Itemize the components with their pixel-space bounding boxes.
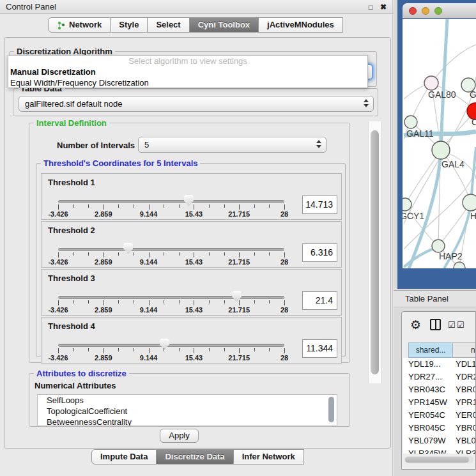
tab[interactable]: Network bbox=[48, 17, 111, 33]
zoom-traffic-light-icon[interactable] bbox=[434, 7, 442, 15]
tab[interactable]: Select bbox=[148, 17, 189, 33]
tick-label: -3.426 bbox=[48, 306, 68, 314]
network-graph: GAL80GACGAL11GAL4GCY1HHAP2 bbox=[403, 19, 476, 268]
tick-label: 9.144 bbox=[140, 354, 158, 362]
top-tab-bar: Network Style Select Cyni Toolbox jActiv… bbox=[48, 17, 343, 33]
cell-name: YDL1 bbox=[450, 358, 475, 371]
cell-name: YBL0 bbox=[450, 434, 475, 447]
table-panel-title: Table Panel bbox=[405, 291, 449, 307]
tick-label: 9.144 bbox=[140, 258, 158, 266]
slider-ticks: -3.4262.8599.14415.4321.71528 bbox=[42, 348, 341, 364]
tab-label: Discretize Data bbox=[165, 450, 224, 464]
tick-label: 15.43 bbox=[185, 306, 203, 314]
network-node[interactable] bbox=[432, 240, 445, 252]
popup-header: Select algorithm to view settings bbox=[8, 56, 367, 66]
table-row[interactable]: YLR345W YLR3 bbox=[403, 447, 475, 454]
table-toolbar: ⚙ ☑ ☑ bbox=[402, 312, 475, 342]
slider-track[interactable] bbox=[58, 248, 284, 251]
attributes-group: Attributes to discretize Numerical Attri… bbox=[29, 373, 350, 427]
table-row[interactable]: YDR27... YDR2 bbox=[403, 371, 475, 383]
number-of-intervals-value: 5 bbox=[144, 140, 149, 150]
cell-name: YBR0 bbox=[450, 422, 475, 434]
tab[interactable]: Impute Data bbox=[91, 449, 157, 464]
panel-scrollbar[interactable] bbox=[368, 121, 381, 383]
tab[interactable]: Style bbox=[111, 17, 148, 33]
column-layout-icon[interactable] bbox=[430, 319, 441, 330]
popup-item[interactable]: Manual Discretization bbox=[8, 66, 367, 77]
tab[interactable]: Infer Network bbox=[234, 449, 304, 464]
minimize-traffic-light-icon[interactable] bbox=[422, 7, 429, 15]
threshold-value-field[interactable]: 14.713 bbox=[302, 196, 337, 214]
tick-label: 15.43 bbox=[185, 210, 203, 218]
slider-track[interactable] bbox=[58, 296, 284, 299]
network-node[interactable] bbox=[403, 198, 411, 211]
panel-scrollbar-thumb[interactable] bbox=[371, 130, 379, 374]
table-horizontal-scrollbar-thumb[interactable] bbox=[405, 457, 469, 463]
gear-icon[interactable]: ⚙ bbox=[410, 318, 421, 332]
cell-name: YBR0 bbox=[450, 383, 475, 396]
network-window-titlebar bbox=[403, 3, 476, 19]
screen: Control Panel □ ✖ Network bbox=[0, 0, 476, 476]
slider-track[interactable] bbox=[58, 344, 284, 347]
table-data-combo[interactable]: galFiltered.sif default node bbox=[19, 96, 374, 112]
tab[interactable]: Cyni Toolbox bbox=[190, 17, 259, 33]
network-node[interactable] bbox=[463, 194, 476, 211]
column-header-name[interactable]: name bbox=[453, 342, 476, 358]
tick-label: 2.859 bbox=[95, 210, 112, 218]
threshold-value-field[interactable]: 21.4 bbox=[302, 291, 337, 310]
tab-label: Select bbox=[156, 18, 180, 32]
threshold-row: Threshold 1 -3.4262.8599.14415.4321.7152… bbox=[41, 173, 342, 220]
attributes-scrollbar[interactable] bbox=[328, 396, 335, 424]
column-header-shared-name[interactable]: shared... bbox=[408, 342, 453, 358]
table-horizontal-scrollbar[interactable] bbox=[404, 456, 473, 463]
threshold-value-field[interactable]: 11.344 bbox=[302, 339, 337, 358]
tick-label: -3.426 bbox=[48, 354, 68, 362]
cell-shared-name: YER054C bbox=[403, 409, 450, 422]
numerical-attributes-list: SelfLoops TopologicalCoefficient Between… bbox=[37, 394, 337, 426]
checkbox-icon[interactable]: ☑ bbox=[448, 320, 456, 330]
network-node-label: GCY1 bbox=[403, 211, 424, 221]
tab[interactable]: jActiveMNodules bbox=[259, 17, 343, 33]
threshold-value-field[interactable]: 6.316 bbox=[302, 243, 337, 262]
checkbox-icon[interactable]: ☑ bbox=[457, 320, 464, 330]
table-row[interactable]: YBL079W YBL0 bbox=[403, 434, 475, 447]
number-of-intervals-combo[interactable]: 5 bbox=[138, 137, 326, 153]
network-node[interactable] bbox=[404, 116, 417, 128]
table-row[interactable]: YPR145W YPR1 bbox=[403, 396, 475, 409]
attributes-scrollbar-thumb[interactable] bbox=[328, 397, 334, 422]
algorithm-popup: Select algorithm to view settings Manual… bbox=[8, 55, 368, 88]
attribute-item[interactable]: BetweennessCentrality bbox=[38, 417, 337, 426]
close-icon[interactable]: ✖ bbox=[378, 2, 388, 12]
table-row[interactable]: YER054C YER0 bbox=[403, 409, 475, 422]
table-row[interactable]: YBR045C YBR0 bbox=[403, 422, 475, 434]
table-row[interactable]: YDL19... YDL1 bbox=[403, 358, 475, 371]
attributes-group-title: Attributes to discretize bbox=[34, 369, 129, 378]
network-node[interactable] bbox=[432, 141, 450, 159]
cell-name: YLR3 bbox=[450, 447, 475, 454]
popup-item[interactable]: Equal Width/Frequency Discretization bbox=[8, 77, 367, 88]
close-traffic-light-icon[interactable] bbox=[409, 7, 417, 15]
attribute-item[interactable]: SelfLoops bbox=[38, 395, 337, 406]
slider-track[interactable] bbox=[58, 200, 284, 203]
table-row[interactable]: YBR043C YBR0 bbox=[403, 383, 475, 396]
table-panel-window: ⚙ ☑ ☑ shared... name YDL19... YDL1 YDR27… bbox=[401, 311, 476, 470]
slider-ticks: -3.4262.8599.14415.4321.71528 bbox=[42, 204, 341, 220]
attribute-item[interactable]: TopologicalCoefficient bbox=[38, 406, 337, 417]
network-node[interactable] bbox=[424, 76, 438, 90]
apply-button[interactable]: Apply bbox=[160, 429, 199, 443]
network-node[interactable] bbox=[454, 262, 465, 268]
float-window-icon[interactable]: □ bbox=[365, 2, 376, 12]
tick-label: 15.43 bbox=[185, 354, 203, 362]
tab-label: Infer Network bbox=[242, 450, 295, 464]
network-canvas[interactable]: GAL80GACGAL11GAL4GCY1HHAP2 bbox=[403, 19, 476, 268]
tick-label: 28 bbox=[280, 258, 288, 266]
tick-label: -3.426 bbox=[48, 210, 68, 218]
cell-shared-name: YLR345W bbox=[403, 447, 450, 454]
tab[interactable]: Discretize Data bbox=[157, 449, 233, 464]
network-node-label: HAP2 bbox=[439, 251, 463, 261]
network-icon bbox=[57, 20, 66, 29]
tick-label: 21.715 bbox=[228, 258, 250, 266]
control-panel-titlebar: Control Panel □ ✖ bbox=[0, 0, 394, 14]
threshold-label: Threshold 4 bbox=[48, 321, 95, 331]
tick-label: 2.859 bbox=[95, 306, 112, 314]
